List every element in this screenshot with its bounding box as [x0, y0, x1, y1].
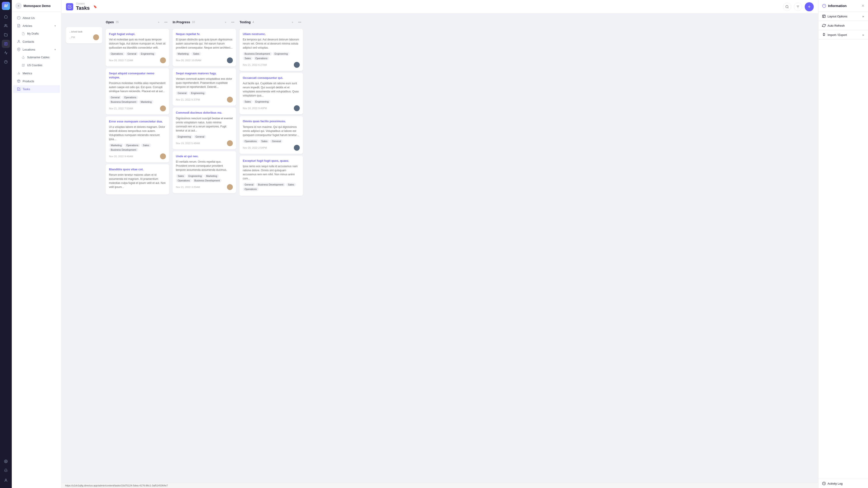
column-count-open: 35 — [116, 21, 119, 24]
add-button[interactable]: + — [805, 2, 814, 11]
svg-line-25 — [788, 7, 788, 8]
right-panel-section-auto-refresh[interactable]: Auto Refresh — [818, 21, 868, 30]
table-row[interactable]: Sequi magnam maiores fugy. Veniam commod… — [173, 68, 236, 106]
card-footer: Nov 21, 2022 3:25AM — [176, 184, 233, 190]
main-content: Content Tasks 🔖 + ...ished task ...PM — [61, 0, 818, 488]
tag-marketing: Marketing — [109, 143, 123, 147]
table-row[interactable]: Ullam nostrumc. Ea tempora qui. Aut dese… — [240, 29, 303, 71]
column-title-testing: Testing — [240, 20, 251, 24]
card-title: Fugit fugiat volupi. — [109, 32, 166, 36]
table-row[interactable]: Omnis quas facilis possimusu. Tempora id… — [240, 116, 303, 154]
card-avatar — [294, 62, 300, 68]
card-footer: Nov 21, 2022 6:27AM — [243, 62, 300, 68]
card-footer: Nov 20, 2022 10:05AM — [176, 57, 233, 63]
column-open: Open 35 + ••• Fugit fugiat volupi. Vel e… — [106, 18, 169, 478]
status-url: https://y1dv1q8g.directus.app/admin/cont… — [65, 484, 168, 487]
refresh-cw-icon — [822, 24, 826, 27]
sidebar-item-locations[interactable]: Locations ▼ — [13, 46, 60, 53]
sidebar-item-products[interactable]: Products — [13, 77, 60, 85]
right-panel-section-activity-log[interactable]: Activity Log — [818, 479, 868, 488]
nav-icon-help[interactable] — [2, 58, 10, 66]
nav-icon-content[interactable] — [2, 40, 10, 48]
table-row[interactable]: Occaecati consequuntur qul. Aut facilis … — [240, 73, 303, 114]
column-menu-in-progress[interactable]: ••• — [230, 19, 236, 25]
tag-sales: Sales — [176, 174, 186, 178]
tag-sales: Sales — [243, 100, 253, 103]
column-add-open[interactable]: + — [156, 19, 162, 25]
tag-operations: Operations — [254, 57, 270, 60]
card-title: Error esse numquam consectetur dua. — [109, 120, 166, 124]
svg-point-13 — [18, 49, 19, 50]
card-body: Dignissimos nesciunt suscipit beatae et … — [176, 116, 233, 133]
table-row[interactable]: Commodi ducimus doloribus mz. Dignissimo… — [173, 107, 236, 149]
nav-icon-user-profile[interactable] — [2, 476, 10, 484]
sidebar-item-metrics[interactable]: Metrics — [13, 69, 60, 77]
card-partial-finished[interactable]: ...ished task ...PM — [66, 27, 102, 43]
sidebar-item-submarine-cables[interactable]: Submarine Cables — [18, 54, 60, 61]
card-date: Nov 21, 2022 7:53AM — [109, 107, 133, 110]
svg-marker-16 — [22, 64, 25, 67]
svg-rect-32 — [823, 15, 825, 18]
logo-letter: M — [4, 4, 8, 8]
card-title: Unde at qui nex. — [176, 154, 233, 158]
card-footer: Nov 21, 2022 7:53AM — [109, 105, 166, 111]
svg-point-24 — [786, 5, 788, 8]
tag-engineering: Engineering — [139, 52, 156, 56]
table-row[interactable]: Neque repellat fv. Et ipsam distinctio q… — [173, 29, 236, 66]
table-row[interactable]: Excepturi fugit fugit quos, quaez. Ipsa … — [240, 156, 303, 196]
tag-business-dev: Business Development — [193, 179, 222, 182]
card-date: Nov 21, 2022 6:27AM — [243, 64, 267, 66]
search-button[interactable] — [783, 3, 791, 11]
sidebar-item-my-drafts[interactable]: My Drafts — [18, 30, 60, 37]
card-avatar — [93, 34, 99, 40]
tag-sales: Sales — [141, 143, 151, 147]
sidebar-item-tasks[interactable]: Tasks — [13, 85, 60, 93]
svg-point-4 — [5, 461, 6, 462]
column-actions-in-progress: + ••• — [222, 19, 236, 25]
table-row[interactable]: Fugit fugiat volupi. Vel et molestiae qu… — [106, 29, 169, 66]
svg-point-12 — [18, 40, 19, 41]
nav-icon-notifications[interactable] — [2, 466, 10, 475]
bookmark-icon[interactable]: 🔖 — [93, 5, 97, 8]
table-row[interactable]: Sequi aliquid consequatur nemo volupw. P… — [106, 68, 169, 114]
sidebar-item-articles[interactable]: Articles ▼ — [13, 22, 60, 30]
tag-marketing: Marketing — [204, 174, 219, 178]
column-add-testing[interactable]: + — [289, 19, 296, 25]
svg-point-6 — [18, 5, 19, 6]
column-header-in-progress: In Progress 10 + ••• — [173, 18, 236, 27]
card-body: Et ipsam distinctio quia quia ipsum dign… — [176, 37, 233, 50]
right-panel-section-layout-options[interactable]: Layout Options ▶ — [818, 12, 868, 21]
tag-general: General — [270, 139, 283, 143]
card-footer: Nov 20, 2022 9:46AM — [109, 153, 166, 159]
sidebar-item-us-counties[interactable]: US Counties — [18, 61, 60, 69]
card-date: Nov 21, 2022 9:37PM — [176, 98, 200, 101]
card-avatar — [160, 153, 166, 159]
right-panel-section-import-export[interactable]: Import / Export ▶ — [818, 30, 868, 39]
card-body: Ea tempora qui. Aut deserunt dolorum lab… — [243, 37, 300, 50]
column-menu-open[interactable]: ••• — [163, 19, 169, 25]
tag-general: General — [126, 52, 138, 56]
nav-icon-analytics[interactable] — [2, 49, 10, 57]
card-footer: Nov 19, 2022 5:48AM — [176, 140, 233, 146]
app-logo[interactable]: M — [2, 2, 10, 10]
sidebar-item-label-about-us: About Us — [23, 16, 56, 20]
card-tags: General Operations Business Development … — [109, 96, 166, 104]
nav-icon-home[interactable] — [2, 13, 10, 21]
table-row[interactable]: Error esse numquam consectetur dua. Ut a… — [106, 116, 169, 162]
sidebar-item-about-us[interactable]: About Us — [13, 14, 60, 22]
kanban-board: ...ished task ...PM Open 35 + ••• F — [61, 13, 818, 483]
card-title: Neque repellat fv. — [176, 32, 233, 36]
auto-refresh-label: Auto Refresh — [822, 24, 845, 27]
card-avatar — [227, 140, 233, 146]
column-menu-testing[interactable]: ••• — [297, 19, 303, 25]
nav-icon-folder[interactable] — [2, 31, 10, 39]
workspace-switcher[interactable]: Monospace Demo — [12, 0, 61, 12]
table-row[interactable]: Unde at qui nex. Et veritatis rerum. Omn… — [173, 151, 236, 193]
table-row[interactable]: Blanditiis quos vitae cot. Rerum enim te… — [106, 164, 169, 195]
right-panel-close-button[interactable]: ✕ — [862, 4, 864, 8]
column-add-in-progress[interactable]: + — [222, 19, 229, 25]
sidebar-item-contacts[interactable]: Contacts — [13, 38, 60, 45]
filter-button[interactable] — [794, 3, 802, 11]
nav-icon-users[interactable] — [2, 22, 10, 30]
nav-icon-settings[interactable] — [2, 457, 10, 465]
